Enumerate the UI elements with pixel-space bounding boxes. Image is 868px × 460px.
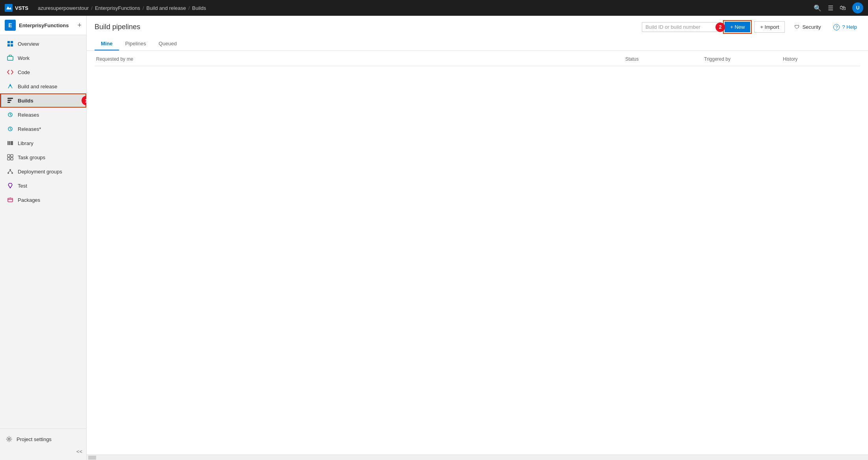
new-button[interactable]: + New [725,22,750,32]
svg-rect-9 [7,102,10,103]
sidebar-item-releases-star[interactable]: Releases* [0,122,86,136]
top-nav-actions: 🔍 ☰ 🛍 U [814,2,863,13]
shield-icon: 🛡 [794,24,799,30]
content-area: Build pipelines Build ID or build number… [87,16,868,460]
sidebar-label-overview: Overview [18,41,39,47]
sidebar-label-deployment-groups: Deployment groups [18,169,62,175]
sidebar-label-releases: Releases [18,112,39,118]
sidebar-label-build-and-release: Build and release [18,84,57,89]
menu-icon[interactable]: ☰ [828,4,833,12]
svg-rect-7 [7,98,13,99]
tab-pipelines[interactable]: Pipelines [119,37,152,50]
tab-mine[interactable]: Mine [95,37,119,50]
svg-rect-24 [8,198,13,202]
sidebar-label-test: Test [18,183,27,189]
sidebar-item-work[interactable]: Work [0,51,86,65]
svg-point-25 [8,438,10,440]
main-layout: E EnterprisyFunctions + Overview Work [0,16,868,460]
import-button[interactable]: + Import [754,21,785,33]
breadcrumb-sep-1: / [91,5,93,11]
breadcrumb-section[interactable]: Build and release [146,5,186,11]
sidebar-collapse-button[interactable]: << [0,446,86,457]
svg-line-23 [10,171,12,172]
packages-icon [7,196,14,203]
svg-rect-16 [11,155,13,157]
sidebar-label-project-settings: Project settings [17,436,52,442]
svg-rect-14 [11,141,13,145]
sidebar-item-code[interactable]: Code [0,65,86,79]
scroll-thumb[interactable] [88,456,96,460]
sidebar-item-build-and-release[interactable]: Build and release [0,79,86,93]
sidebar-item-builds[interactable]: Builds 1 [0,93,86,108]
sidebar-nav: Overview Work Code Buil [0,35,86,428]
build-and-release-icon [7,83,14,90]
horizontal-scrollbar[interactable] [87,454,868,460]
build-search-box[interactable]: Build ID or build number 2 [642,22,721,32]
svg-rect-17 [7,158,10,160]
app-logo[interactable]: VSTS [5,4,28,12]
sidebar-label-packages: Packages [18,197,40,203]
svg-rect-12 [7,141,9,145]
settings-icon [6,436,13,443]
test-icon [7,182,14,189]
svg-rect-4 [11,44,13,47]
page-actions: Build ID or build number 2 + New + Impor… [642,21,860,33]
releases-star-icon [7,125,14,132]
sidebar-item-task-groups[interactable]: Task groups [0,150,86,164]
col-requested: Requested by me [95,56,624,62]
user-avatar[interactable]: U [852,2,863,13]
library-icon [7,140,14,147]
org-icon: E [5,20,16,31]
step-badge-2: 2 [716,22,725,32]
svg-rect-15 [7,155,10,157]
svg-rect-2 [11,41,13,43]
svg-rect-8 [7,100,11,101]
breadcrumb-current[interactable]: Builds [192,5,206,11]
svg-rect-5 [7,56,13,60]
bag-icon[interactable]: 🛍 [840,4,846,11]
svg-point-6 [9,85,11,86]
sidebar-footer: Project settings << [0,428,86,460]
svg-rect-3 [7,44,10,47]
org-name: EnterprisyFunctions [19,22,74,28]
svg-line-22 [8,171,10,172]
col-status: Status [624,56,703,62]
sidebar-label-library: Library [18,140,33,146]
builds-icon [7,97,14,104]
svg-rect-13 [9,141,10,145]
breadcrumb-org[interactable]: azuresuperpowerstour [38,5,89,11]
security-button[interactable]: 🛡 Security [789,22,826,32]
sidebar-label-code: Code [18,69,30,75]
sidebar-label-work: Work [18,55,30,61]
deployment-groups-icon [7,168,14,175]
breadcrumb: azuresuperpowerstour / EnterprisyFunctio… [38,5,810,11]
breadcrumb-sep-3: / [188,5,190,11]
sidebar-label-releases-star: Releases* [18,126,41,132]
tab-queued[interactable]: Queued [152,37,183,50]
step-badge-1: 1 [82,96,86,105]
releases-icon [7,111,14,118]
task-groups-icon [7,154,14,161]
breadcrumb-project[interactable]: EnterprisyFunctions [95,5,140,11]
sidebar-item-overview[interactable]: Overview [0,37,86,51]
add-project-button[interactable]: + [77,22,82,29]
sidebar-label-task-groups: Task groups [18,155,45,160]
sidebar-item-deployment-groups[interactable]: Deployment groups [0,164,86,179]
top-nav: VSTS azuresuperpowerstour / EnterprisyFu… [0,0,868,16]
tabs: Mine Pipelines Queued [95,37,860,50]
sidebar-item-releases[interactable]: Releases [0,108,86,122]
sidebar-item-library[interactable]: Library [0,136,86,150]
breadcrumb-sep-2: / [143,5,144,11]
table-header: Requested by me Status Triggered by Hist… [95,52,860,66]
search-icon[interactable]: 🔍 [814,4,822,12]
sidebar-item-test[interactable]: Test [0,179,86,193]
code-icon [7,69,14,76]
svg-point-19 [9,169,11,171]
svg-point-20 [7,172,9,174]
sidebar: E EnterprisyFunctions + Overview Work [0,16,87,460]
table-area: Requested by me Status Triggered by Hist… [87,51,868,454]
sidebar-item-project-settings[interactable]: Project settings [0,432,86,446]
svg-rect-18 [11,158,13,160]
sidebar-item-packages[interactable]: Packages [0,193,86,207]
help-button[interactable]: ? ? Help [830,22,860,33]
